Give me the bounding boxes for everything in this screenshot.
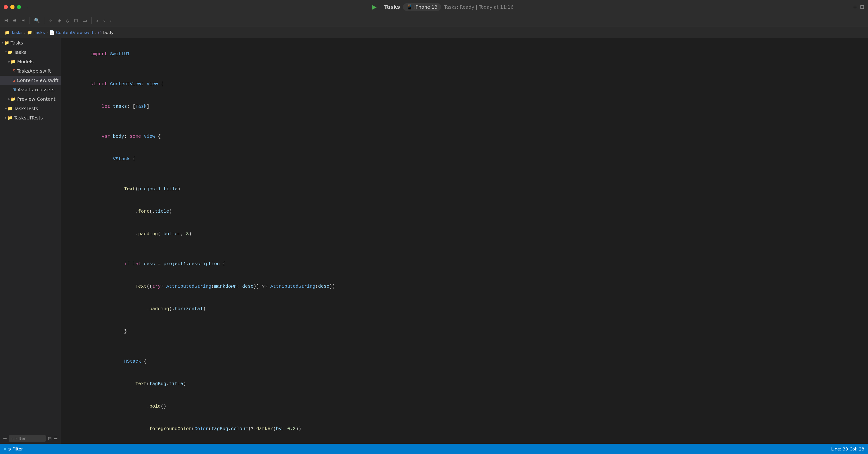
breadcrumb-icon-3: 📄 (50, 30, 55, 35)
code-line-21: .foregroundColor(Color(tagBug.colour)?.d… (68, 418, 861, 440)
filter-label-status: Filter (12, 447, 23, 451)
code-editor[interactable]: import SwiftUI struct ContentView: View … (61, 38, 868, 444)
code-line-8 (68, 170, 861, 178)
code-line-17 (68, 343, 861, 350)
statusbar-right: Line: 33 Col: 28 (831, 447, 864, 451)
nav-forward[interactable]: › (108, 17, 113, 24)
sidebar-item-assets[interactable]: ⊞ Assets.xcassets (0, 85, 61, 94)
swift-file-icon: S (13, 68, 15, 74)
sidebar-item-label-6: Assets.xcassets (18, 86, 55, 93)
sidebar-toggle-icon[interactable]: ⬚ (26, 3, 33, 11)
sidebar-add-icon[interactable]: + (3, 435, 7, 441)
code-line-6: var body: some View { (68, 125, 861, 148)
titlebar-center: ▶ Tasks 📱 iPhone 13 Tasks: Ready | Today… (33, 3, 853, 11)
sidebar-item-tasks-root[interactable]: ▾ 📁 Tasks (0, 38, 61, 48)
chevron-down-icon-2: ▾ (5, 50, 7, 55)
breadcrumb-body[interactable]: body (103, 30, 114, 35)
search-icon[interactable]: 🔍 (33, 17, 41, 24)
add-icon[interactable]: + (853, 4, 857, 10)
breadcrumb-icon-2: 📁 (27, 30, 32, 35)
chevron-down-icon: ▾ (2, 40, 3, 45)
sidebar-item-label-8: TasksTests (14, 105, 38, 112)
filter-options-icon[interactable]: ⊟ (48, 436, 52, 441)
sidebar-item-tasks-group[interactable]: ▾ 📁 Tasks (0, 48, 61, 57)
code-line-12 (68, 245, 861, 253)
chevron-right-icon: ▸ (8, 59, 10, 64)
nav-back[interactable]: ‹ (102, 17, 106, 24)
sidebar: ▾ 📁 Tasks ▾ 📁 Tasks ▸ 📁 Models S TasksAp… (0, 38, 61, 444)
fullscreen-button[interactable] (17, 5, 21, 9)
device-icon: 📱 (407, 4, 412, 10)
code-line-10: .font(.title) (68, 200, 861, 223)
device-selector[interactable]: 📱 iPhone 13 (403, 3, 441, 11)
breadcrumb-sep-3: › (95, 30, 96, 35)
folder-icon-5: 📁 (7, 105, 12, 111)
sidebar-item-preview-content[interactable]: ▸ 📁 Preview Content (0, 94, 61, 104)
code-line-19: Text(tagBug.title) (68, 373, 861, 395)
folder-icon-4: 📁 (10, 96, 16, 102)
rect-icon[interactable]: ▭ (81, 17, 89, 24)
environment-icon[interactable]: ⬦ (94, 17, 100, 24)
sidebar-item-label-7: Preview Content (17, 96, 56, 102)
main-content: ▾ 📁 Tasks ▾ 📁 Tasks ▸ 📁 Models S TasksAp… (0, 38, 868, 444)
code-area[interactable]: import SwiftUI struct ContentView: View … (61, 38, 868, 444)
warning-icon[interactable]: ⚠ (47, 17, 54, 24)
shape-icon[interactable]: ◻ (72, 17, 80, 24)
folder-icon-3: 📁 (10, 59, 16, 64)
assets-file-icon: ⊞ (13, 87, 16, 93)
filter-icon: ⌕ (11, 436, 14, 441)
sidebar-item-tasksuites[interactable]: ▸ 📁 TasksUITests (0, 113, 61, 123)
folder-icon: 📁 (4, 40, 9, 46)
breadcrumb-sep-1: › (24, 30, 26, 35)
code-line-15: .padding(.horizontal) (68, 298, 861, 320)
sidebar-item-label-3: Models (17, 58, 33, 65)
inspector-icon[interactable]: ⊞ (3, 17, 9, 24)
filter-list-icon[interactable]: ☰ (54, 436, 58, 441)
status-text: Tasks: Ready | Today at 11:16 (444, 4, 514, 10)
filter-box[interactable]: ⌕ Filter (9, 435, 46, 442)
breadcrumb-sep-2: › (46, 30, 48, 35)
chevron-right-icon-4: ▸ (5, 116, 7, 120)
code-line-2 (68, 65, 861, 73)
sidebar-item-models[interactable]: ▸ 📁 Models (0, 57, 61, 66)
git-branch: ⊕ Filter (4, 447, 23, 451)
cursor-position: Line: 33 Col: 28 (831, 447, 864, 451)
status-dot (4, 448, 6, 450)
minimize-button[interactable] (10, 5, 14, 9)
filter-label: Filter (15, 436, 26, 441)
breadcrumb-tasks-2[interactable]: Tasks (33, 30, 45, 35)
sidebar-item-label: Tasks (10, 39, 23, 46)
breadcrumb-contentview[interactable]: ContentView.swift (56, 30, 94, 35)
code-line-3: struct ContentView: View { (68, 73, 861, 95)
sidebar-item-taskstests[interactable]: ▸ 📁 TasksTests (0, 104, 61, 113)
breadcrumb-icon-1: 📁 (5, 30, 10, 35)
run-button[interactable]: ▶ (372, 4, 376, 10)
bookmark-icon[interactable]: ◇ (64, 17, 71, 24)
statusbar: ⊕ Filter Line: 33 Col: 28 (0, 444, 868, 454)
close-button[interactable] (4, 5, 8, 9)
device-name: iPhone 13 (414, 4, 437, 10)
app-title: Tasks (384, 4, 400, 10)
sidebar-item-label-9: TasksUITests (14, 115, 43, 121)
sidebar-item-contentview[interactable]: S ContentView.swift (0, 75, 61, 85)
sidebar-item-label-4: TasksApp.swift (17, 68, 51, 74)
swift-file-icon-2: S (13, 77, 15, 83)
chevron-right-icon-2: ▸ (8, 97, 10, 101)
grid-icon[interactable]: ⊟ (20, 17, 27, 24)
sidebar-item-label-2: Tasks (14, 49, 27, 56)
titlebar: ⬚ ▶ Tasks 📱 iPhone 13 Tasks: Ready | Tod… (0, 0, 868, 14)
sidebar-footer: + ⌕ Filter ⊟ ☰ (0, 433, 61, 444)
code-line-20: .bold() (68, 395, 861, 418)
sidebar-item-tasksapp[interactable]: S TasksApp.swift (0, 66, 61, 75)
library-icon[interactable]: ⊕ (11, 17, 18, 24)
breakpoint-icon[interactable]: ◈ (56, 17, 62, 24)
statusbar-left: ⊕ Filter (4, 447, 23, 451)
code-line-4: let tasks: [Task] (68, 95, 861, 118)
breadcrumb-tasks-1[interactable]: Tasks (11, 30, 23, 35)
code-line-14: Text((try? AttributedString(markdown: de… (68, 275, 861, 298)
breadcrumb: 📁 Tasks › 📁 Tasks › 📄 ContentView.swift … (0, 27, 868, 38)
split-icon[interactable]: ⊡ (860, 4, 864, 10)
code-line-1: import SwiftUI (68, 43, 861, 65)
folder-icon-6: 📁 (7, 115, 12, 121)
code-line-7: VStack { (68, 148, 861, 170)
